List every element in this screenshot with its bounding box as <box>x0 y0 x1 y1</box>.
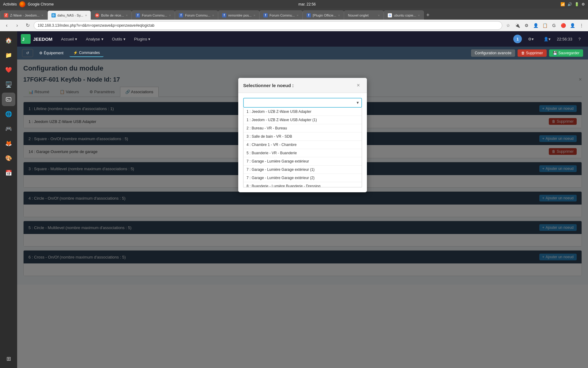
tab-close-plugin[interactable]: × <box>338 13 340 17</box>
nav-accueil[interactable]: Accueil ▾ <box>57 35 81 43</box>
sidebar-item-firefox[interactable]: 🦊 <box>2 137 15 150</box>
save-label: Sauvegarder <box>558 51 579 55</box>
tab-favicon-forum2: f <box>179 13 183 17</box>
back-button[interactable]: ‹ <box>2 21 11 30</box>
refresh-button[interactable]: ↺ <box>22 49 33 57</box>
tab-favicon-ubuntu: G <box>388 13 392 17</box>
extension-icon5[interactable]: G <box>550 21 558 29</box>
dropdown-item-2[interactable]: 2 : Bureau - VR - Bureau <box>243 124 362 132</box>
header-help-btn[interactable]: ? <box>575 35 584 43</box>
dropdown-list[interactable]: 1 : Jeedom - UZB Z-Wave USB Adapter 1 : … <box>243 108 362 187</box>
os-logo[interactable] <box>19 1 25 7</box>
tab-close-forum1[interactable]: × <box>169 13 171 17</box>
header-settings-btn[interactable]: ⚙▾ <box>524 35 537 43</box>
os-datetime: mar. 22:56 <box>298 2 316 6</box>
forward-button[interactable]: › <box>13 21 21 30</box>
dropdown-item-7[interactable]: 7 : Garage - Lumière Garage extérieur (1… <box>243 166 362 174</box>
url-bar[interactable] <box>34 21 502 30</box>
tab-title-remontee: remontée pos... <box>228 13 251 17</box>
dropdown-item-4[interactable]: 4 : Chambre 1 - VR - Chambre <box>243 141 362 149</box>
tab-favicon-zwave: Z <box>4 13 8 17</box>
dropdown-item-1[interactable]: 1 : Jeedom - UZB Z-Wave USB Adapter (1) <box>243 116 362 124</box>
sidebar-item-calendar[interactable]: 📅 <box>2 166 15 180</box>
browser-toolbar: ‹ › ↻ ☆ 🔌 ⚙ 👤 📋 G 🔴 👤 ⋮ <box>0 20 588 31</box>
tab-dahu-nas[interactable]: D dahu_NAS - Sy... × <box>47 10 91 20</box>
os-settings-icon[interactable]: ⚙ <box>582 2 585 6</box>
tab-bar: Z Z-Wave - Jeedom... × D dahu_NAS - Sy..… <box>0 9 588 20</box>
sidebar-item-grid[interactable]: ⊞ <box>2 352 15 366</box>
tab-plugin[interactable]: f [Plugin Officie... × <box>303 10 344 20</box>
tab-title-forum3: Forum Commu... <box>270 13 295 17</box>
dropdown-item-9[interactable]: 8 : Buanderie - Lumière Buanderie - Dres… <box>243 182 362 187</box>
advanced-config-button[interactable]: Configuration avancée <box>471 49 515 57</box>
equipment-tab-btn[interactable]: ⚙ Équipement <box>36 49 67 57</box>
menu-icon[interactable]: ⋮ <box>578 21 586 29</box>
tab-close-nouvel[interactable]: × <box>378 13 380 17</box>
dropdown-item-0[interactable]: 1 : Jeedom - UZB Z-Wave USB Adapter <box>243 108 362 116</box>
extension-icon3[interactable]: 👤 <box>532 21 540 29</box>
tab-title-boite: Boîte de réce... <box>101 13 124 17</box>
tab-close-dahu[interactable]: × <box>85 13 87 17</box>
sidebar-item-home[interactable]: 🏠 <box>2 34 15 47</box>
select-wrapper: ▼ <box>243 98 362 108</box>
new-tab-button[interactable]: + <box>424 10 432 20</box>
tab-nouvel-onglet[interactable]: Nouvel onglet × <box>344 10 384 20</box>
sidebar-item-computer[interactable]: 🖥️ <box>2 78 15 91</box>
content-area: Configuration du module 17FGKF-601 Keyfo… <box>17 59 588 368</box>
os-activities-label[interactable]: Activités <box>3 2 17 6</box>
nav-analyse[interactable]: Analyse ▾ <box>82 35 107 43</box>
sidebar-item-design[interactable]: 🎨 <box>2 151 15 165</box>
tab-close-zwave[interactable]: × <box>41 13 43 17</box>
tab-close-forum2[interactable]: × <box>212 13 214 17</box>
header-time: 22:56:33 <box>557 37 572 41</box>
sidebar-item-browser[interactable]: 🌐 <box>2 107 15 121</box>
tab-close-ubuntu[interactable]: × <box>418 13 420 17</box>
sidebar-item-terminal[interactable] <box>2 93 15 106</box>
save-icon: 💾 <box>553 51 557 55</box>
app-container: 🏠 📁 ❤️ 🖥️ 🌐 🎮 🦊 🎨 📅 ⊞ J JEEDOM <box>0 31 588 368</box>
bookmark-icon[interactable]: ☆ <box>504 21 512 29</box>
nav-plugins[interactable]: Plugins ▾ <box>130 35 154 43</box>
header-user-btn[interactable]: 👤▾ <box>540 35 554 43</box>
svg-rect-0 <box>6 98 11 101</box>
sidebar-item-games[interactable]: 🎮 <box>2 122 15 136</box>
tab-zwave-jeedom[interactable]: Z Z-Wave - Jeedom... × <box>0 10 47 20</box>
dropdown-item-5[interactable]: 5 : Buanderie - VR - Buanderie <box>243 149 362 157</box>
tab-forum3[interactable]: f Forum Commu... × <box>259 10 303 20</box>
tab-close-remontee[interactable]: × <box>254 13 255 17</box>
tab-title-plugin: [Plugin Officie... <box>313 13 336 17</box>
dropdown-item-3[interactable]: 3 : Salle de bain - VR - SDB <box>243 132 362 141</box>
nav-plugins-label: Plugins <box>134 37 147 41</box>
tab-title-zwave: Z-Wave - Jeedom... <box>10 13 40 17</box>
tab-ubuntu[interactable]: G ubuntu copie... × <box>384 10 424 20</box>
tab-boite[interactable]: M Boîte de réce... × <box>91 10 132 20</box>
tab-favicon-forum1: f <box>136 13 140 17</box>
modal-close-button[interactable]: × <box>355 82 362 89</box>
reload-button[interactable]: ↻ <box>23 21 32 30</box>
user-icon[interactable]: 👤 <box>568 21 576 29</box>
browser-chrome: Z Z-Wave - Jeedom... × D dahu_NAS - Sy..… <box>0 9 588 31</box>
nav-outils[interactable]: Outils ▾ <box>108 35 129 43</box>
tab-forum1[interactable]: f Forum Commu... × <box>132 10 175 20</box>
dropdown-item-6[interactable]: 7 : Garage - Lumière Garage extérieur <box>243 157 362 166</box>
tab-remontee[interactable]: f remontée pos... × <box>218 10 259 20</box>
extension-icon2[interactable]: ⚙ <box>522 21 530 29</box>
tab-close-forum3[interactable]: × <box>297 13 299 17</box>
tab-title-dahu: dahu_NAS - Sy... <box>58 13 83 17</box>
tab-title-forum1: Forum Commu... <box>142 13 167 17</box>
node-select-input[interactable] <box>243 98 362 108</box>
extension-icon1[interactable]: 🔌 <box>513 21 521 29</box>
tab-forum2[interactable]: f Forum Commu... × <box>175 10 218 20</box>
extension-icon6[interactable]: 🔴 <box>559 21 567 29</box>
save-button[interactable]: 💾 Sauvegarder <box>549 49 583 57</box>
tab-close-boite[interactable]: × <box>126 13 128 17</box>
select-node-modal: Selectionner le noeud : × ▼ <box>238 78 367 192</box>
tab-favicon-dahu: D <box>51 13 56 17</box>
sidebar-item-favorites[interactable]: ❤️ <box>2 63 15 77</box>
commands-tab-btn[interactable]: ⚡ Commandes <box>70 49 104 57</box>
delete-button[interactable]: 🗑 Supprimer <box>518 49 547 57</box>
dropdown-item-8[interactable]: 7 : Garage - Lumière Garage extérieur (2… <box>243 174 362 182</box>
sidebar-item-files[interactable]: 📁 <box>2 48 15 62</box>
app-nav-menu: Accueil ▾ Analyse ▾ Outils ▾ Plugins ▾ <box>57 35 508 43</box>
extension-icon4[interactable]: 📋 <box>541 21 549 29</box>
